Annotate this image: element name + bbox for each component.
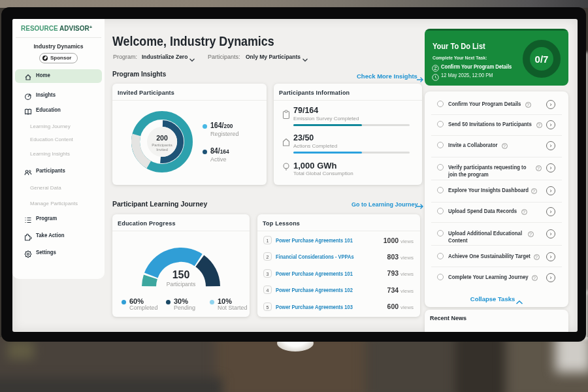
svg-text:Participants: Participants (152, 143, 172, 147)
svg-text:200: 200 (156, 134, 168, 142)
svg-text:Invited: Invited (156, 148, 168, 152)
